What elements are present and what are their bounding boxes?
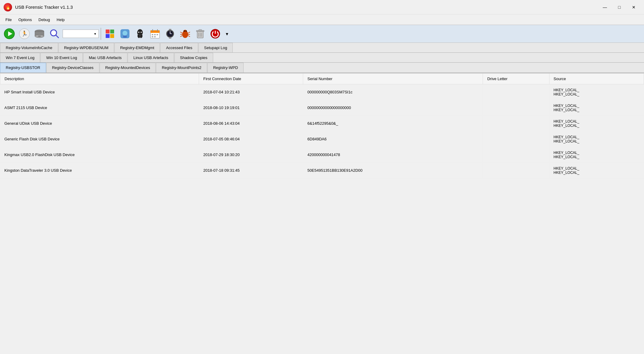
svg-rect-35 xyxy=(169,29,171,30)
app-title: USB Forensic Tracker v1.1.3 xyxy=(15,5,73,10)
tab-registry-deviceclasses[interactable]: Registry-DeviceClasses xyxy=(46,63,99,73)
table-row[interactable]: Generic Flash Disk USB Device2018-07-05 … xyxy=(0,131,644,147)
calendar-button[interactable] xyxy=(148,27,162,41)
tab-registry-volumeinfocache[interactable]: Registry-VolumeInfoCache xyxy=(0,43,58,52)
svg-rect-26 xyxy=(152,34,153,35)
toolbar-dropdown[interactable]: ▼ xyxy=(63,30,99,38)
title-bar: 🔥 USB Forensic Tracker v1.1.3 — □ ✕ xyxy=(0,0,644,14)
trash-button[interactable] xyxy=(193,27,207,41)
svg-point-19 xyxy=(141,32,142,33)
svg-line-41 xyxy=(180,32,182,33)
power-button[interactable] xyxy=(208,27,222,41)
cell-first-connection: 2018-07-04 10:21:43 xyxy=(199,84,303,100)
cell-first-connection: 2018-08-10 19:19:01 xyxy=(199,100,303,116)
svg-rect-16 xyxy=(123,36,127,38)
table-row[interactable]: HP Smart Install USB Device2018-07-04 10… xyxy=(0,84,644,100)
table-row[interactable]: Kingston DataTraveler 3.0 USB Device2018… xyxy=(0,163,644,178)
col-header-source: Source xyxy=(549,74,644,84)
svg-rect-36 xyxy=(169,37,171,39)
cell-first-connection: 2018-07-18 09:31:45 xyxy=(199,163,303,178)
disk-button[interactable] xyxy=(33,27,46,41)
maximize-button[interactable]: □ xyxy=(613,2,626,12)
svg-line-44 xyxy=(188,32,190,33)
col-header-first-connection: First Connection Date xyxy=(199,74,303,84)
table-row[interactable]: Kingmax USB2.0 FlashDisk USB Device2018-… xyxy=(0,147,644,163)
svg-rect-11 xyxy=(110,30,114,33)
cell-drive-letter xyxy=(483,131,549,147)
svg-point-15 xyxy=(123,31,127,36)
cell-serial: 000000000Q803SM7SI1c xyxy=(303,84,483,100)
svg-rect-28 xyxy=(157,34,158,35)
table-header-row: Description First Connection Date Serial… xyxy=(0,74,644,84)
col-header-description: Description xyxy=(0,74,199,84)
menu-options[interactable]: Options xyxy=(15,16,35,23)
tab-registry-mounteddevices[interactable]: Registry-MountedDevices xyxy=(100,63,156,73)
tabs-container: Registry-VolumeInfoCache Registry-WPDBUS… xyxy=(0,43,644,73)
cell-drive-letter xyxy=(483,116,549,131)
svg-rect-29 xyxy=(152,36,153,37)
run-button[interactable]: 🏃 xyxy=(17,27,31,41)
cell-description: Kingston DataTraveler 3.0 USB Device xyxy=(0,163,199,178)
tabs-row-3: Registry-USBSTOR Registry-DeviceClasses … xyxy=(0,63,644,73)
watch-button[interactable] xyxy=(163,27,177,41)
tab-registry-wpdbusenum[interactable]: Registry-WPDBUSENUM xyxy=(58,43,114,52)
svg-point-18 xyxy=(138,32,139,33)
tab-linux-usb-artefacts[interactable]: Linux USB Artefacts xyxy=(128,53,174,62)
cell-source: HKEY_LOCAL_HKEY_LOCAL_ xyxy=(549,163,644,178)
svg-point-40 xyxy=(185,30,187,32)
tab-registry-emdmgmt[interactable]: Registry-EMDMgmt xyxy=(114,43,160,52)
cell-drive-letter xyxy=(483,163,549,178)
tab-mac-usb-artefacts[interactable]: Mac USB Artefacts xyxy=(83,53,127,62)
tab-registry-mountpoints2[interactable]: Registry-MountPoints2 xyxy=(156,63,207,73)
svg-text:🏃: 🏃 xyxy=(21,30,28,37)
close-button[interactable]: ✕ xyxy=(627,2,640,12)
cell-source: HKEY_LOCAL_HKEY_LOCAL_ xyxy=(549,131,644,147)
cell-drive-letter xyxy=(483,147,549,163)
menu-help[interactable]: Help xyxy=(54,16,68,23)
cell-description: General UDisk USB Device xyxy=(0,116,199,131)
cell-first-connection: 2018-07-29 18:30:20 xyxy=(199,147,303,163)
svg-rect-13 xyxy=(110,34,114,38)
svg-rect-12 xyxy=(106,34,110,38)
go-button[interactable] xyxy=(2,27,16,41)
cell-source: HKEY_LOCAL_HKEY_LOCAL_ xyxy=(549,116,644,131)
finder-button[interactable] xyxy=(118,27,132,41)
linux-button[interactable] xyxy=(133,27,147,41)
tab-win10-event-log[interactable]: Win 10 Event Log xyxy=(40,53,83,62)
app-icon: 🔥 xyxy=(4,3,12,11)
tab-accessed-files[interactable]: Accessed Files xyxy=(160,43,198,52)
table-scroll[interactable]: Description First Connection Date Serial… xyxy=(0,73,644,354)
toolbar: 🏃 ▼ xyxy=(0,25,644,43)
tab-registry-wpd[interactable]: Registry-WPD xyxy=(207,63,244,73)
table-row[interactable]: General UDisk USB Device2018-08-06 14:43… xyxy=(0,116,644,131)
cell-serial: 50E54951351BB130E91A2D00 xyxy=(303,163,483,178)
svg-rect-30 xyxy=(154,36,156,37)
svg-rect-10 xyxy=(106,30,110,33)
bug-button[interactable] xyxy=(178,27,192,41)
cell-description: Kingmax USB2.0 FlashDisk USB Device xyxy=(0,147,199,163)
windows-button[interactable] xyxy=(103,27,117,41)
cell-serial: 6D849DA6 xyxy=(303,131,483,147)
toolbar-separator xyxy=(101,28,101,40)
minimize-button[interactable]: — xyxy=(598,2,611,12)
menu-debug[interactable]: Debug xyxy=(36,16,53,23)
menu-file[interactable]: File xyxy=(2,16,15,23)
tab-win7-event-log[interactable]: Win 7 Event Log xyxy=(0,53,40,62)
tab-registry-usbstor[interactable]: Registry-USBSTOR xyxy=(0,63,46,73)
cell-description: HP Smart Install USB Device xyxy=(0,84,199,100)
svg-point-7 xyxy=(38,36,41,37)
tab-shadow-copies[interactable]: Shadow Copies xyxy=(174,53,213,62)
dropdown-arrow-icon: ▼ xyxy=(94,32,97,36)
more-button[interactable]: ▾ xyxy=(223,27,231,41)
table-body: HP Smart Install USB Device2018-07-04 10… xyxy=(0,84,644,178)
tabs-row-1: Registry-VolumeInfoCache Registry-WPDBUS… xyxy=(0,43,644,53)
cell-serial: 6&14f52295&0&_ xyxy=(303,116,483,131)
tab-setupapi-log[interactable]: Setupapi Log xyxy=(198,43,233,52)
cell-source: HKEY_LOCAL_HKEY_LOCAL_ xyxy=(549,84,644,100)
cell-serial: 00000000000000000000 xyxy=(303,100,483,116)
svg-line-46 xyxy=(188,36,190,37)
cell-source: HKEY_LOCAL_HKEY_LOCAL_ xyxy=(549,100,644,116)
search-button[interactable] xyxy=(48,27,61,41)
table-wrapper: Description First Connection Date Serial… xyxy=(0,73,644,354)
table-row[interactable]: ASMT 2115 USB Device2018-08-10 19:19:010… xyxy=(0,100,644,116)
